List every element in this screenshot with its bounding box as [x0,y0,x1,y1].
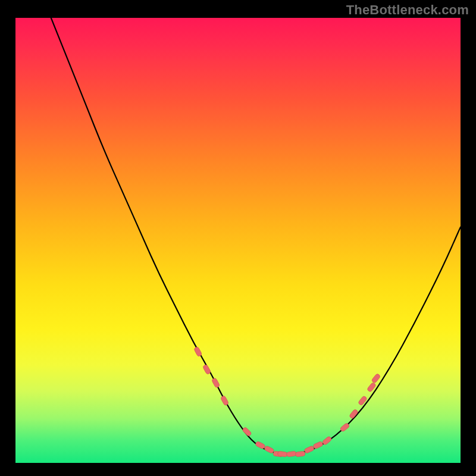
highlight-marker [211,377,220,388]
highlight-marker [313,441,324,449]
highlight-marker [264,445,274,453]
watermark-text: TheBottleneck.com [346,2,469,18]
highlight-marker [193,346,202,357]
highlight-marker [286,451,296,457]
bottleneck-chart-svg [15,18,461,463]
highlight-marker [202,364,211,375]
highlight-marker [304,446,315,454]
chart-plot-area [15,18,461,463]
highlight-marker [371,373,381,383]
highlight-markers-group [193,346,381,457]
highlight-marker [242,427,252,437]
page-root: TheBottleneck.com [0,0,476,476]
highlight-marker [295,451,305,457]
bottleneck-curve-line [51,18,461,454]
highlight-marker [255,441,265,449]
highlight-marker [220,395,229,406]
